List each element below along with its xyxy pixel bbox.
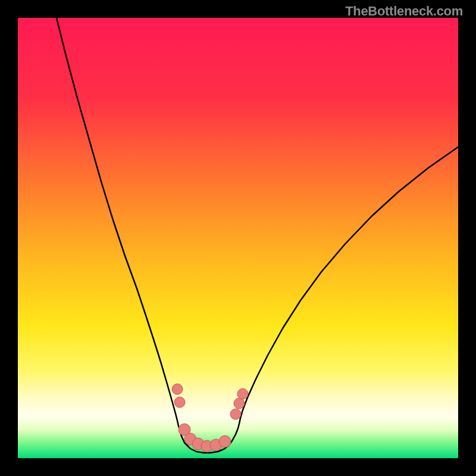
curve-marker	[172, 384, 183, 394]
watermark-text: TheBottleneck.com	[345, 4, 463, 19]
curve-marker	[230, 409, 241, 419]
curve-marker	[234, 398, 245, 409]
chart-frame	[18, 18, 458, 458]
curve-marker	[237, 389, 248, 399]
chart-svg	[18, 18, 458, 458]
curve-marker	[174, 397, 185, 408]
curve-marker	[219, 436, 231, 447]
